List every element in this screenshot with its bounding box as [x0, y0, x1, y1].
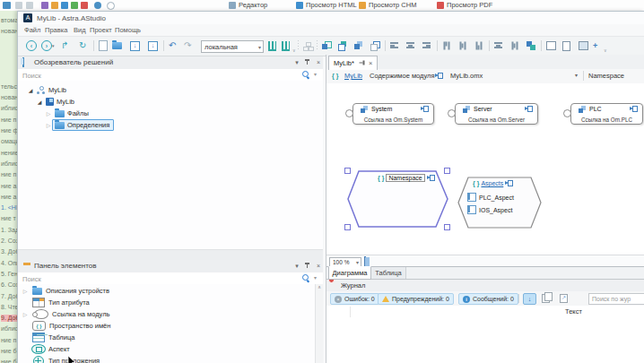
save-all-button[interactable]: ↓ [148, 39, 158, 52]
toolbox-search-input[interactable]: Поиск [22, 275, 41, 283]
help-icon[interactable] [107, 2, 115, 10]
refresh-button[interactable]: ↻ [79, 39, 86, 52]
swap-order-button[interactable] [527, 39, 535, 52]
journal-titlebar[interactable]: Журнал [326, 280, 644, 292]
tab-diagram[interactable]: Диаграмма [328, 266, 371, 280]
messages-filter-button[interactable]: i Сообщений: 0 [458, 293, 518, 305]
explorer-close-button[interactable]: × [314, 58, 323, 67]
selection-handle[interactable] [444, 224, 450, 230]
toolbox-item-devices[interactable]: ▷ Описания устройств [22, 285, 109, 297]
copy-button[interactable] [540, 293, 552, 303]
search-icon[interactable] [302, 71, 310, 79]
editor-mode-button[interactable]: Редактор [229, 0, 267, 10]
toolbox-menu-chevron[interactable]: ▾ [292, 262, 301, 271]
profile-combo[interactable]: локальная ▾ [201, 40, 264, 53]
undo-button[interactable]: ↶ [169, 39, 176, 52]
diagram-canvas[interactable]: System Ссылка на Om.System Server Ссылка… [326, 83, 644, 255]
nav-back-button[interactable]: ‹ [26, 39, 37, 52]
bring-to-front-button[interactable] [322, 39, 331, 52]
text-column-header[interactable]: Текст [565, 307, 582, 315]
tree-row-solution[interactable]: ◢ MyLib [27, 84, 66, 96]
fit-height-button[interactable] [562, 39, 570, 52]
expander-collapsed-icon[interactable]: ▷ [45, 122, 52, 128]
preview-chm-button[interactable]: Просмотр CHM [359, 0, 416, 10]
export-button[interactable]: ↗ [558, 293, 570, 303]
green-app-icon[interactable] [71, 2, 78, 9]
module-shape-plc[interactable]: PLC Ссылка на Om.PLC [570, 103, 643, 125]
menu-help[interactable]: Помощь [115, 26, 141, 34]
menu-file[interactable]: Файл [24, 26, 40, 34]
menu-view[interactable]: Вид [74, 26, 86, 34]
nav-forward-button[interactable]: › [41, 39, 52, 52]
forward-menu-chevron[interactable]: ▾ [52, 39, 55, 52]
expander-collapsed-icon[interactable]: ▷ [45, 110, 52, 117]
fit-width-button[interactable] [546, 39, 556, 52]
explorer-menu-chevron[interactable]: ▾ [292, 58, 301, 67]
toolbox-item-table[interactable]: Таблица [29, 332, 74, 343]
port-connector[interactable] [345, 109, 353, 117]
toolbox-item-aspect[interactable]: Аспект [29, 343, 70, 355]
network-config-button[interactable] [303, 39, 312, 52]
toolbox-search-chevron[interactable]: ▾ [314, 274, 317, 281]
preview-html-button[interactable]: Просмотр HTML [296, 0, 357, 10]
selected-tree-item[interactable]: Определения [52, 119, 114, 131]
nav-up-button[interactable]: ↱ [61, 39, 68, 52]
document-tab[interactable]: MyLib* × [328, 56, 378, 70]
toolbox-close-button[interactable]: × [314, 262, 323, 271]
tab-pin-icon[interactable] [357, 60, 365, 67]
red-app-icon[interactable] [81, 2, 88, 9]
send-backward-button[interactable] [370, 39, 379, 52]
file-combo[interactable]: MyLib.omx [450, 72, 483, 80]
explorer-search-chevron[interactable]: ▾ [314, 71, 317, 77]
errors-filter-button[interactable]: × Ошибок: 0 [330, 293, 379, 305]
align-bottom-button[interactable] [474, 39, 483, 52]
move-mode-button[interactable]: + [593, 39, 597, 52]
module-shape-server[interactable]: Server Ссылка на Om.Server [455, 103, 538, 125]
align-middle-button[interactable] [458, 39, 466, 52]
window-titlebar[interactable]: A MyLib - Astra.AStudio [18, 12, 644, 24]
align-right-button[interactable] [422, 39, 431, 52]
orange-app-icon[interactable] [51, 2, 58, 9]
align-top-button[interactable] [442, 39, 450, 52]
tab-close-icon[interactable]: × [369, 59, 372, 67]
aspects-name-link[interactable]: Aspects [481, 180, 503, 186]
journal-table-header[interactable]: Текст [326, 306, 644, 318]
fit-size-button[interactable] [579, 39, 588, 52]
toolbox-item-namespace[interactable]: { } Пространство имён [29, 320, 110, 332]
selection-handle[interactable] [344, 224, 351, 230]
blue-app-icon[interactable] [61, 2, 68, 9]
expander-collapsed-icon[interactable]: ▷ [22, 288, 29, 294]
gear-icon[interactable] [94, 2, 101, 9]
selection-handle[interactable] [344, 168, 351, 174]
build-group-chevron[interactable]: ∨ [292, 44, 296, 56]
tree-row-files[interactable]: ▷ Файлы [45, 108, 89, 119]
port-connector[interactable] [563, 109, 571, 117]
distribute-h-button[interactable] [494, 39, 502, 52]
autoscroll-toggle-button[interactable]: ↓ [523, 293, 536, 305]
send-to-back-button[interactable] [338, 39, 347, 52]
background-tool-icon[interactable] [3, 2, 11, 9]
open-folder-button[interactable] [112, 39, 122, 52]
bring-forward-button[interactable] [354, 39, 363, 52]
explorer-pin-button[interactable] [303, 58, 312, 67]
save-button[interactable]: ↓ [130, 39, 140, 52]
align-left-button[interactable] [390, 39, 398, 52]
purple-app-icon[interactable] [41, 2, 48, 9]
toolbox-panel-titlebar[interactable]: Панель элементов ▾ × [18, 260, 323, 273]
build-button[interactable] [268, 39, 276, 52]
file-combo-chevron[interactable]: ▾ [575, 72, 578, 78]
expander-expanded-icon[interactable]: ◢ [36, 99, 43, 105]
module-shape-system[interactable]: System Ссылка на Om.System [352, 103, 434, 125]
search-icon[interactable] [302, 274, 310, 282]
background-tool-icon[interactable] [15, 2, 22, 9]
port-connector[interactable] [448, 109, 456, 117]
menu-edit[interactable]: Правка [45, 26, 67, 34]
toolbox-item-module-ref[interactable]: ▷ Ссылка на модуль [22, 308, 109, 320]
aspect-item-ios[interactable]: IOS_Aspect [467, 205, 512, 214]
tab-table[interactable]: Таблица [370, 267, 406, 280]
align-center-button[interactable] [406, 39, 414, 52]
redo-button[interactable]: ↷ [184, 39, 191, 52]
new-file-button[interactable] [99, 39, 108, 52]
toolbox-item-attribute-type[interactable]: Тип атрибута [29, 297, 90, 308]
aspect-item-plc[interactable]: PLC_Aspect [467, 193, 514, 202]
